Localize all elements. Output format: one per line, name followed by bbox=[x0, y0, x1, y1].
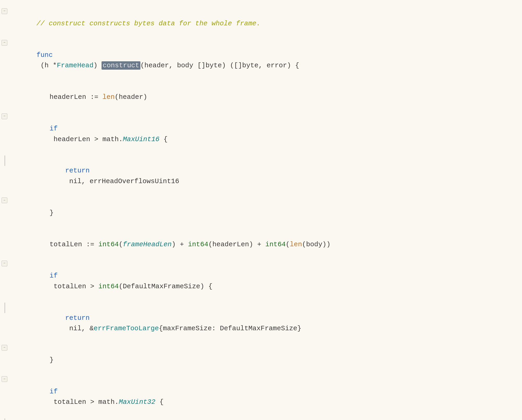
line-7: totalLen := int64(frameHeadLen) + int64(… bbox=[0, 229, 514, 260]
line-10: − } bbox=[0, 344, 514, 376]
line-3: headerLen := len(header) bbox=[0, 81, 514, 113]
gutter-9 bbox=[0, 302, 9, 313]
line-9: return nil, &errFrameTooLarge{maxFrameSi… bbox=[0, 302, 514, 344]
close1: } bbox=[50, 209, 54, 217]
frame-struct: {maxFrameSize: DefaultMaxFrameSize} bbox=[159, 325, 301, 332]
int64-3: int64 bbox=[265, 241, 286, 248]
fold-8[interactable]: − bbox=[0, 260, 9, 266]
line-2: − func (h *FrameHead) construct(header, … bbox=[0, 39, 514, 81]
headerlen-assign: headerLen := bbox=[50, 93, 103, 101]
paren1: ) bbox=[93, 62, 102, 69]
func-construct: construct bbox=[102, 61, 140, 70]
type-framehead: FrameHead bbox=[57, 62, 93, 69]
func-len: len bbox=[102, 93, 115, 101]
gutter-7 bbox=[0, 229, 9, 229]
totallen-arg2: (headerLen) + bbox=[208, 241, 265, 248]
line-11: − if totalLen > math.MaxUint32 { bbox=[0, 376, 514, 418]
len-arg: (header) bbox=[115, 93, 147, 101]
if3-cond: totalLen > math. bbox=[50, 398, 119, 406]
gutter-5 bbox=[0, 155, 9, 166]
code-space: (h * bbox=[37, 62, 57, 69]
totallen-assign: totalLen := bbox=[50, 241, 98, 248]
gutter-3 bbox=[0, 81, 9, 82]
brace-open3: { bbox=[155, 398, 163, 406]
errframetoolarge: errFrameTooLarge bbox=[94, 325, 159, 332]
kw-return2: return bbox=[65, 314, 90, 322]
line-8: − if totalLen > int64(DefaultMaxFrameSiz… bbox=[0, 260, 514, 302]
kw-if3: if bbox=[50, 388, 58, 395]
code-editor: − // construct constructs bytes data for… bbox=[0, 5, 522, 420]
if2-cond: totalLen > bbox=[50, 283, 98, 290]
line-6: − } bbox=[0, 197, 514, 229]
gutter-12 bbox=[0, 418, 9, 420]
func-len2: len bbox=[290, 241, 302, 248]
len-body: ( bbox=[286, 241, 290, 248]
kw-if1: if bbox=[50, 125, 58, 133]
int64-1: int64 bbox=[98, 241, 119, 248]
params: (header, body []byte) ([]byte, error) { bbox=[140, 62, 299, 69]
fold-2[interactable]: − bbox=[0, 39, 9, 46]
totallen-arg1: ( bbox=[119, 241, 123, 248]
fold-11[interactable]: − bbox=[0, 376, 9, 382]
maxuint32: MaxUint32 bbox=[119, 398, 155, 406]
kw-if2: if bbox=[50, 272, 58, 280]
fold-4[interactable]: − bbox=[0, 113, 9, 119]
comment-1: // construct constructs bytes data for t… bbox=[37, 20, 260, 27]
line-5: return nil, errHeadOverflowsUint16 bbox=[0, 155, 514, 197]
kw-return1: return bbox=[65, 167, 90, 175]
fold-10[interactable]: − bbox=[0, 344, 9, 351]
int64-4: int64 bbox=[98, 283, 119, 290]
fold-6[interactable]: − bbox=[0, 197, 9, 203]
body-arg: (body)) bbox=[302, 241, 330, 248]
line-1: − // construct constructs bytes data for… bbox=[0, 8, 514, 39]
brace-open1: { bbox=[159, 135, 168, 143]
defaultmax: (DefaultMaxFrameSize) { bbox=[119, 283, 212, 290]
kw-func: func bbox=[37, 51, 53, 59]
int64-2: int64 bbox=[188, 241, 208, 248]
if1-cond: headerLen > math. bbox=[50, 135, 123, 143]
close2: } bbox=[50, 356, 54, 364]
return1-val: nil, errHeadOverflowsUint16 bbox=[65, 177, 179, 185]
maxuint16: MaxUint16 bbox=[123, 135, 159, 143]
line-4: − if headerLen > math.MaxUint16 { bbox=[0, 113, 514, 155]
plus1: ) + bbox=[172, 241, 188, 248]
fold-1[interactable]: − bbox=[0, 8, 9, 14]
frameheadlen-1: frameHeadLen bbox=[123, 241, 171, 248]
return2-nil: nil, & bbox=[65, 325, 94, 332]
line-12: return nil, errHeadOverflowsUint32 bbox=[0, 418, 514, 420]
